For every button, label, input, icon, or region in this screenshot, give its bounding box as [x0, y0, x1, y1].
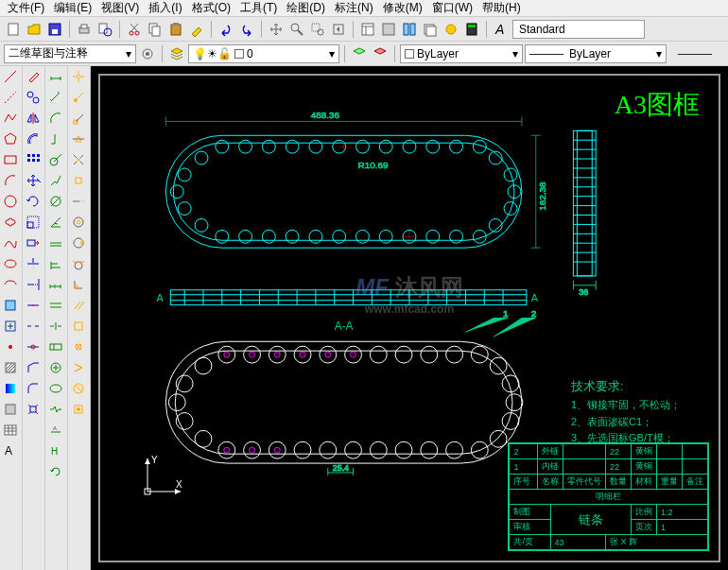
ellipse-tool[interactable] [0, 253, 21, 274]
layer-properties-button[interactable] [167, 44, 186, 63]
explode-tool[interactable] [23, 399, 43, 420]
menu-draw[interactable]: 绘图(D) [283, 0, 329, 16]
menu-view[interactable]: 视图(V) [97, 0, 143, 16]
angular-dim-tool[interactable] [45, 212, 66, 233]
snap-node-tool[interactable] [68, 337, 89, 357]
zoom-previous-button[interactable] [329, 20, 348, 39]
sheet-set-button[interactable] [421, 20, 440, 39]
point-tool[interactable] [0, 337, 21, 357]
drawing-canvas[interactable]: A3图框 [91, 66, 728, 570]
osnap-settings-tool[interactable] [68, 399, 89, 420]
linetype-dropdown[interactable]: ——— ByLayer ▾ [525, 44, 667, 63]
properties-button[interactable] [358, 20, 377, 39]
layer-states-button[interactable] [350, 44, 369, 63]
snap-none-tool[interactable] [68, 378, 89, 399]
layer-isolate-button[interactable] [371, 44, 390, 63]
print-button[interactable] [75, 20, 94, 39]
menu-help[interactable]: 帮助(H) [478, 0, 525, 16]
calculator-button[interactable] [462, 20, 481, 39]
table-tool[interactable] [0, 420, 21, 440]
save-button[interactable] [45, 20, 64, 39]
arc-dim-tool[interactable] [45, 108, 66, 129]
menu-format[interactable]: 格式(O) [188, 0, 234, 16]
snap-parallel-tool[interactable] [68, 295, 89, 316]
gradient-tool[interactable] [0, 378, 21, 399]
move-tool[interactable] [23, 170, 43, 191]
workspace-dropdown[interactable]: 二维草图与注释 ▾ [4, 44, 136, 63]
rotate-tool[interactable] [23, 191, 43, 212]
break-at-point-tool[interactable] [23, 295, 43, 316]
color-dropdown[interactable]: ByLayer ▾ [400, 44, 523, 63]
fillet-tool[interactable] [23, 378, 43, 399]
join-tool[interactable] [23, 337, 43, 357]
mtext-tool[interactable]: A [0, 440, 21, 461]
aligned-dim-tool[interactable] [45, 87, 66, 108]
polygon-tool[interactable] [0, 129, 21, 149]
center-mark-tool[interactable] [45, 357, 66, 378]
zoom-button[interactable] [287, 20, 306, 39]
snap-intersection-tool[interactable] [68, 149, 89, 170]
plot-preview-button[interactable] [95, 20, 114, 39]
snap-insert-tool[interactable] [68, 316, 89, 337]
array-tool[interactable] [23, 149, 43, 170]
baseline-dim-tool[interactable] [45, 253, 66, 274]
hatch-tool[interactable] [0, 357, 21, 378]
undo-button[interactable] [217, 20, 235, 39]
pan-button[interactable] [267, 20, 286, 39]
rectangle-tool[interactable] [0, 149, 21, 170]
dim-break-tool[interactable] [45, 316, 66, 337]
line-tool[interactable] [0, 66, 21, 87]
dim-update-tool[interactable] [45, 461, 66, 482]
inspection-tool[interactable] [45, 378, 66, 399]
diameter-dim-tool[interactable] [45, 191, 66, 212]
layer-dropdown[interactable]: 💡 ☀ 🔓 0 ▾ [188, 44, 339, 63]
zoom-window-button[interactable] [308, 20, 327, 39]
polyline-tool[interactable] [0, 108, 21, 129]
snap-quadrant-tool[interactable] [68, 233, 89, 253]
make-block-tool[interactable] [0, 316, 21, 337]
insert-block-tool[interactable] [0, 295, 21, 316]
copy-button[interactable] [146, 20, 165, 39]
text-style-button[interactable]: A [492, 20, 511, 39]
dim-edit-tool[interactable]: A [45, 420, 66, 440]
workspace-settings-button[interactable] [138, 44, 157, 63]
dim-space-tool[interactable] [45, 295, 66, 316]
jogged-linear-tool[interactable] [45, 399, 66, 420]
break-tool[interactable] [23, 316, 43, 337]
linear-dim-tool[interactable] [45, 66, 66, 87]
snap-tangent-tool[interactable] [68, 253, 89, 274]
text-style-dropdown[interactable]: Standard [512, 20, 645, 39]
scale-tool[interactable] [23, 212, 43, 233]
menu-tools[interactable]: 工具(T) [236, 0, 281, 16]
radius-dim-tool[interactable] [45, 149, 66, 170]
continue-dim-tool[interactable] [45, 274, 66, 295]
revision-cloud-tool[interactable] [0, 212, 21, 233]
stretch-tool[interactable] [23, 233, 43, 253]
tool-palettes-button[interactable] [400, 20, 419, 39]
mirror-tool[interactable] [23, 108, 43, 129]
open-button[interactable] [25, 20, 43, 39]
menu-edit[interactable]: 编辑(E) [50, 0, 95, 16]
extend-tool[interactable] [23, 274, 43, 295]
snap-midpoint-tool[interactable] [68, 129, 89, 149]
snap-nearest-tool[interactable] [68, 357, 89, 378]
tolerance-tool[interactable] [45, 337, 66, 357]
circle-tool[interactable] [0, 191, 21, 212]
spline-tool[interactable] [0, 233, 21, 253]
cut-button[interactable] [125, 20, 144, 39]
paste-button[interactable] [166, 20, 185, 39]
snap-from-tool[interactable] [68, 87, 89, 108]
jogged-dim-tool[interactable] [45, 170, 66, 191]
ellipse-arc-tool[interactable] [0, 274, 21, 295]
chamfer-tool[interactable] [23, 357, 43, 378]
menu-window[interactable]: 窗口(W) [428, 0, 477, 16]
copy-tool[interactable] [23, 87, 43, 108]
menu-file[interactable]: 文件(F) [4, 0, 48, 16]
markup-button[interactable] [442, 20, 460, 39]
menu-insert[interactable]: 插入(I) [145, 0, 185, 16]
snap-apparent-tool[interactable] [68, 170, 89, 191]
region-tool[interactable] [0, 399, 21, 420]
ordinate-dim-tool[interactable] [45, 129, 66, 149]
new-button[interactable] [4, 20, 23, 39]
arc-tool[interactable] [0, 170, 21, 191]
